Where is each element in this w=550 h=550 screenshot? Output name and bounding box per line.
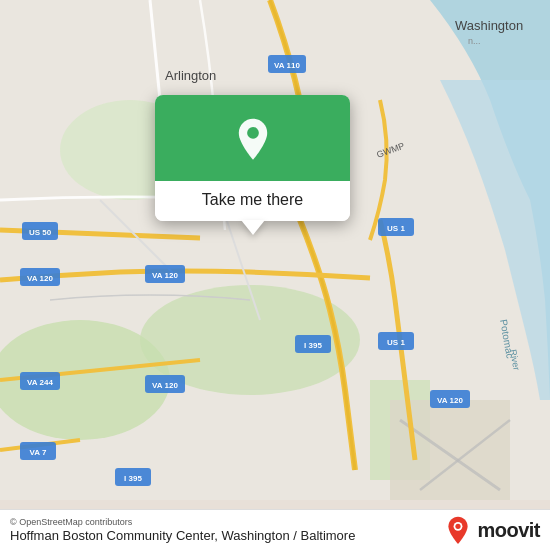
- svg-text:VA 120: VA 120: [152, 271, 178, 280]
- popup-green-header: [155, 95, 350, 181]
- popup-label[interactable]: Take me there: [155, 181, 350, 221]
- svg-text:VA 120: VA 120: [152, 381, 178, 390]
- svg-text:n...: n...: [468, 36, 481, 46]
- popup-tail: [241, 220, 265, 235]
- svg-rect-28: [378, 218, 414, 236]
- map-container: VA 110 VA 120 VA 120 VA 120 VA 120 US 50…: [0, 0, 550, 550]
- bottom-bar: © OpenStreetMap contributors Hoffman Bos…: [0, 509, 550, 550]
- location-pin-icon: [230, 117, 276, 163]
- svg-point-1: [0, 320, 170, 440]
- svg-text:VA 120: VA 120: [437, 396, 463, 405]
- svg-rect-14: [145, 375, 185, 393]
- svg-rect-3: [370, 380, 430, 480]
- svg-point-40: [456, 524, 461, 529]
- svg-text:US 50: US 50: [29, 228, 52, 237]
- popup-card[interactable]: Take me there: [155, 95, 350, 221]
- svg-text:I 395: I 395: [304, 341, 322, 350]
- svg-text:VA 7: VA 7: [30, 448, 47, 457]
- svg-text:GWMP: GWMP: [375, 141, 406, 160]
- svg-text:VA 110: VA 110: [274, 61, 300, 70]
- place-title: Hoffman Boston Community Center, Washing…: [10, 528, 355, 543]
- svg-rect-30: [378, 332, 414, 350]
- moovit-logo: moovit: [444, 516, 540, 544]
- svg-rect-22: [20, 442, 56, 460]
- svg-text:US 1: US 1: [387, 224, 405, 233]
- moovit-text: moovit: [477, 519, 540, 542]
- svg-text:River: River: [508, 349, 521, 371]
- svg-point-2: [140, 285, 360, 395]
- svg-rect-5: [390, 400, 510, 500]
- svg-rect-26: [115, 468, 151, 486]
- svg-rect-16: [430, 390, 470, 408]
- svg-text:US 1: US 1: [387, 338, 405, 347]
- svg-point-38: [247, 127, 259, 139]
- svg-line-7: [420, 420, 510, 490]
- moovit-logo-icon: [444, 516, 472, 544]
- svg-text:I 395: I 395: [124, 474, 142, 483]
- svg-text:VA 244: VA 244: [27, 378, 53, 387]
- osm-credit: © OpenStreetMap contributors: [10, 517, 355, 527]
- svg-rect-18: [22, 222, 58, 240]
- svg-text:VA 120: VA 120: [27, 274, 53, 283]
- map-background: VA 110 VA 120 VA 120 VA 120 VA 120 US 50…: [0, 0, 550, 500]
- svg-rect-12: [145, 265, 185, 283]
- svg-rect-10: [20, 268, 60, 286]
- bottom-info: © OpenStreetMap contributors Hoffman Bos…: [10, 517, 355, 543]
- svg-rect-20: [20, 372, 60, 390]
- svg-rect-8: [268, 55, 306, 73]
- svg-line-6: [400, 420, 500, 490]
- svg-rect-0: [0, 0, 550, 500]
- svg-text:Arlington: Arlington: [165, 68, 216, 83]
- svg-rect-24: [295, 335, 331, 353]
- svg-text:Potomac: Potomac: [498, 318, 516, 359]
- svg-text:Washington: Washington: [455, 18, 523, 33]
